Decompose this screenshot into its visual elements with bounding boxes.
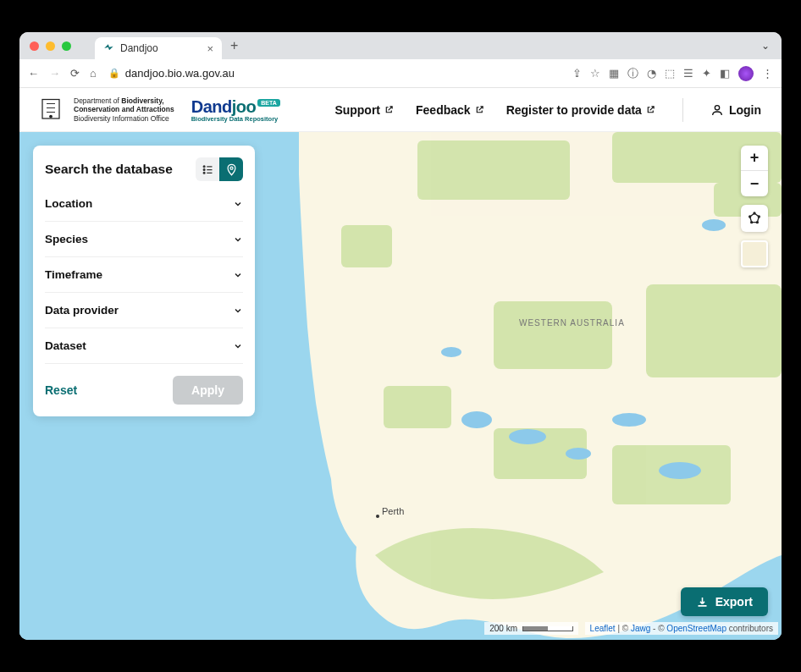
svg-point-29 — [756, 222, 758, 223]
timer-icon[interactable]: ◔ — [647, 67, 656, 80]
puzzle-icon[interactable]: ✦ — [702, 67, 711, 80]
nav-support-label: Support — [334, 103, 380, 117]
filter-species[interactable]: Species — [45, 222, 243, 257]
svg-point-1 — [49, 114, 52, 118]
svg-point-15 — [566, 448, 591, 460]
map-scale: 200 km — [484, 622, 578, 635]
wa-gov-logo — [40, 97, 62, 123]
polygon-tool-button[interactable] — [741, 205, 768, 232]
city-label-perth: Perth — [382, 506, 404, 516]
svg-rect-8 — [646, 284, 782, 377]
user-icon — [710, 103, 724, 117]
brand-subtitle: Biodiversity Data Repository — [191, 115, 280, 123]
reader-icon[interactable]: ☰ — [683, 67, 693, 80]
camera-icon[interactable]: ⬚ — [665, 67, 675, 80]
beta-badge: BETA — [257, 99, 280, 107]
scale-bar — [522, 626, 573, 631]
nav-forward-button[interactable]: → — [49, 67, 60, 80]
svg-point-16 — [612, 413, 646, 427]
map-controls: + − — [741, 146, 768, 267]
url-field[interactable]: 🔒 dandjoo.bio.wa.gov.au — [108, 67, 561, 80]
brand-name: Dandjoo — [191, 97, 257, 117]
nav-links: Support Feedback Register to provide dat… — [334, 103, 655, 117]
filter-dataset-label: Dataset — [45, 339, 86, 352]
attribution-osm-link[interactable]: OpenStreetMap — [666, 624, 726, 633]
filter-location-label: Location — [45, 197, 92, 210]
app-header: Department of Biodiversity, Conservation… — [19, 88, 782, 132]
map-view-button[interactable] — [219, 157, 243, 181]
svg-rect-9 — [384, 386, 451, 428]
filter-dataset[interactable]: Dataset — [45, 328, 243, 364]
filter-data-provider-label: Data provider — [45, 304, 119, 317]
list-view-button[interactable] — [196, 157, 219, 181]
chevron-down-icon — [233, 234, 243, 245]
map-viewport[interactable]: WESTERN AUSTRALIA Perth Search the datab… — [19, 132, 782, 640]
tabs-overflow-icon[interactable]: ⌄ — [761, 40, 770, 52]
window-close-button[interactable] — [30, 41, 39, 51]
scale-label: 200 km — [489, 624, 517, 633]
browser-window: Dandjoo × + ⌄ ← → ⟳ ⌂ 🔒 dandjoo.bio.wa.g… — [19, 32, 782, 640]
svg-point-30 — [751, 222, 753, 223]
browser-address-bar: ← → ⟳ ⌂ 🔒 dandjoo.bio.wa.gov.au ⇪ ☆ ▦ ⓘ … — [19, 59, 782, 88]
panel-icon[interactable]: ◧ — [720, 67, 730, 80]
svg-point-14 — [509, 429, 546, 444]
brand-logo[interactable]: Dandjoo BETA Biodiversity Data Repositor… — [191, 97, 280, 123]
svg-point-27 — [754, 212, 755, 214]
svg-point-17 — [659, 462, 701, 479]
panel-title: Search the database — [45, 162, 173, 177]
traffic-lights — [30, 41, 71, 51]
info-icon[interactable]: ⓘ — [627, 66, 638, 81]
nav-reload-button[interactable]: ⟳ — [70, 67, 80, 80]
extension-icon[interactable]: ▦ — [609, 67, 619, 80]
profile-avatar[interactable] — [738, 66, 754, 81]
share-icon[interactable]: ⇪ — [572, 67, 582, 80]
apply-button[interactable]: Apply — [173, 376, 243, 405]
svg-rect-4 — [417, 140, 570, 200]
nav-register[interactable]: Register to provide data — [506, 103, 655, 117]
attribution-leaflet-link[interactable]: Leaflet — [590, 624, 616, 633]
export-label: Export — [715, 595, 753, 609]
chevron-down-icon — [233, 306, 243, 316]
kebab-menu-icon[interactable]: ⋮ — [762, 67, 773, 80]
browser-tab[interactable]: Dandjoo × — [95, 37, 222, 59]
filter-timeframe[interactable]: Timeframe — [45, 257, 243, 293]
nav-home-button[interactable]: ⌂ — [90, 67, 97, 80]
svg-point-13 — [461, 411, 492, 428]
zoom-in-button[interactable]: + — [741, 146, 768, 171]
filter-timeframe-label: Timeframe — [45, 268, 102, 281]
svg-rect-7 — [494, 301, 612, 369]
nav-feedback[interactable]: Feedback — [416, 103, 484, 117]
external-link-icon — [384, 105, 394, 114]
divider — [682, 98, 683, 122]
login-button[interactable]: Login — [710, 103, 761, 117]
favicon-icon — [103, 42, 115, 54]
chevron-down-icon — [233, 270, 243, 280]
attribution-jawg-link[interactable]: Jawg — [631, 624, 650, 633]
nav-register-label: Register to provide data — [506, 103, 642, 117]
svg-point-18 — [702, 219, 726, 231]
filter-data-provider[interactable]: Data provider — [45, 293, 243, 328]
star-icon[interactable]: ☆ — [590, 67, 600, 80]
view-toggle — [196, 157, 243, 181]
city-marker-perth — [376, 515, 379, 518]
department-name: Department of Biodiversity, Conservation… — [74, 96, 174, 124]
svg-point-22 — [203, 172, 205, 174]
polygon-icon — [748, 212, 761, 225]
url-text: dandjoo.bio.wa.gov.au — [125, 67, 235, 80]
nav-back-button[interactable]: ← — [28, 67, 39, 80]
window-minimize-button[interactable] — [46, 41, 55, 51]
new-tab-button[interactable]: + — [230, 38, 238, 53]
reset-button[interactable]: Reset — [45, 383, 77, 397]
tab-close-icon[interactable]: × — [207, 42, 213, 55]
zoom-control: + − — [741, 146, 768, 196]
export-button[interactable]: Export — [681, 587, 768, 616]
lock-icon: 🔒 — [108, 68, 120, 79]
window-maximize-button[interactable] — [62, 41, 71, 51]
filter-location[interactable]: Location — [45, 186, 243, 222]
external-link-icon — [475, 105, 484, 114]
basemap-toggle-button[interactable] — [741, 240, 768, 267]
nav-feedback-label: Feedback — [416, 103, 471, 117]
filter-species-label: Species — [45, 233, 88, 245]
zoom-out-button[interactable]: − — [741, 171, 768, 196]
nav-support[interactable]: Support — [334, 103, 394, 117]
